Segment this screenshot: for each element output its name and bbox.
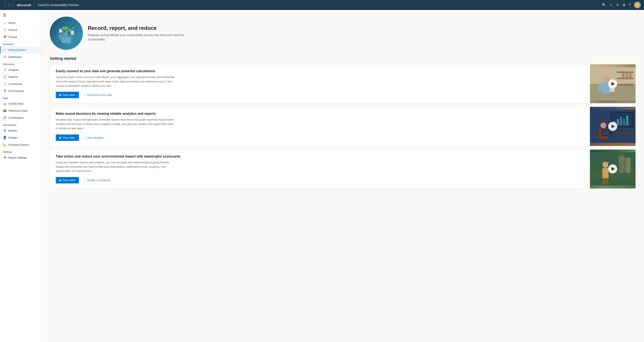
add-icon[interactable]: ＋ [610, 3, 613, 7]
card-description: Using the power of the Common Data Model… [56, 75, 176, 88]
sidebar-item-reports[interactable]: 📋 Reports [0, 73, 41, 80]
filter-icon[interactable]: ⛭ [616, 3, 619, 7]
card-image [590, 107, 636, 146]
card-scorecards: Take action and reduce your environmenta… [50, 149, 636, 189]
video-play-button[interactable] [608, 164, 617, 174]
sidebar-item-label: Connections [8, 116, 24, 119]
main-content: ✦ ✦ ✦ Record, report, and reduce Integra… [42, 10, 644, 342]
hero-illustration: ✦ ✦ ✦ [50, 17, 83, 50]
sidebar-item-recent[interactable]: 🕐 Recent ⌄ [0, 26, 41, 33]
sidebar-item-label: Pinned [8, 36, 17, 39]
play-icon: ▷ [3, 48, 7, 52]
sidebar-item-label: Emission Factors [8, 143, 29, 146]
sidebar-item-profiles[interactable]: 👤 Profiles [0, 134, 41, 141]
sidebar-item-emission-factors[interactable]: 📐 Emission Factors [0, 141, 41, 148]
card-title: Easily connect to your data and generate… [56, 69, 584, 73]
reports-icon: 📋 [3, 75, 7, 79]
report-settings-icon: ⚙ [3, 156, 7, 159]
svg-text:✦: ✦ [58, 32, 60, 34]
play-video-button[interactable]: ▶ Play video [56, 134, 79, 141]
sidebar-item-pinned[interactable]: 📌 Pinned ⌄ [0, 33, 41, 41]
sidebar-item-report-settings[interactable]: ⚙ Report Settings [0, 154, 41, 161]
chevron-down-icon: ⌄ [36, 29, 38, 31]
sidebar-section-data: Data [0, 94, 41, 100]
brand-name: Microsoft [17, 3, 31, 7]
card-connect-data: Easily connect to your data and generate… [50, 64, 636, 103]
card-view-analytics: Make sound decisions by viewing reliable… [50, 107, 636, 146]
waffle-icon[interactable]: ⋮⋮⋮ [3, 3, 14, 7]
play-label: Play video [63, 136, 75, 139]
activity-data-icon: 🗂 [3, 102, 7, 105]
play-video-button[interactable]: ▶ Play video [56, 177, 79, 184]
search-icon[interactable]: 🔍 [602, 3, 606, 7]
chevron-down-icon: ⌄ [36, 36, 38, 38]
sidebar-item-dashboard[interactable]: ☷ Dashboard [0, 53, 41, 60]
svg-rect-13 [71, 31, 74, 35]
connections-icon: 🔗 [3, 116, 7, 119]
card-image-overlay [590, 64, 636, 103]
arrow-icon: → [83, 136, 86, 139]
card-actions: ▶ Play video → Design a scorecard [56, 177, 584, 184]
topbar: ⋮⋮⋮ Microsoft Cloud for Sustainability P… [0, 0, 644, 10]
svg-point-11 [62, 27, 65, 29]
sidebar-item-label: Getting Started [8, 48, 26, 52]
sidebar-item-label: Home [8, 21, 16, 25]
sidebar-item-label: Activity Data [8, 102, 23, 105]
view-analytics-link[interactable]: → View analytics [83, 136, 104, 139]
card-actions: ▶ Play video → View analytics [56, 134, 584, 141]
models-icon: ⚙ [3, 129, 7, 132]
connect-data-link[interactable]: → Connect to your data [83, 93, 112, 96]
card-image [590, 64, 636, 103]
sidebar-item-label: Dashboard [8, 55, 22, 59]
play-label: Play video [63, 93, 75, 96]
svg-rect-3 [62, 37, 71, 43]
sidebar-item-label: Models [8, 129, 17, 132]
card-body: Make sound decisions by viewing reliable… [50, 107, 590, 146]
sidebar-item-label: Scorecards [8, 82, 22, 86]
card-title: Take action and reduce your environmenta… [56, 155, 584, 158]
sidebar-item-activity-data[interactable]: 🗂 Activity Data [0, 100, 41, 107]
svg-text:✦: ✦ [74, 35, 75, 36]
sidebar-item-scorecards[interactable]: 📑 Scorecards [0, 80, 41, 87]
play-label: Play video [63, 179, 75, 182]
sidebar: ☰ ⌂ Home 🕐 Recent ⌄ 📌 Pinned ⌄ Overview … [0, 10, 42, 342]
profiles-icon: 👤 [3, 136, 7, 139]
scorecards-icon: 📑 [3, 82, 7, 86]
svg-point-12 [64, 27, 68, 30]
sidebar-item-models[interactable]: ⚙ Models [0, 127, 41, 134]
play-triangle-icon [612, 167, 615, 171]
play-icon: ▶ [60, 93, 62, 96]
app-body: ☰ ⌂ Home 🕐 Recent ⌄ 📌 Pinned ⌄ Overview … [0, 10, 644, 342]
hero-text: Record, report, and reduce Integrate and… [88, 25, 196, 42]
sidebar-item-analysis[interactable]: 📈 Analysis [0, 66, 41, 73]
card-body: Easily connect to your data and generate… [50, 64, 590, 103]
avatar[interactable]: U [634, 2, 641, 8]
sidebar-item-label: All Emissions [8, 89, 24, 93]
sidebar-section-settings: Settings [0, 148, 41, 154]
getting-started-title: Getting started [50, 56, 636, 61]
video-play-button[interactable] [608, 79, 617, 88]
card-image-overlay [590, 107, 636, 146]
card-image-overlay [590, 150, 636, 189]
design-scorecard-link[interactable]: → Design a scorecard [83, 179, 110, 182]
all-emissions-icon: ☰ [3, 89, 7, 93]
svg-text:✦: ✦ [72, 27, 74, 29]
sidebar-item-all-emissions[interactable]: ☰ All Emissions [0, 87, 41, 94]
card-description: Visualize your impact and generate actio… [56, 118, 176, 130]
home-icon: ⌂ [3, 21, 7, 25]
video-play-button[interactable] [608, 122, 617, 131]
sidebar-item-label: Profiles [8, 136, 18, 139]
sidebar-item-connections[interactable]: 🔗 Connections [0, 114, 41, 121]
play-video-button[interactable]: ▶ Play video [56, 92, 79, 98]
sidebar-item-getting-started[interactable]: ▷ Getting Started [0, 46, 41, 53]
sidebar-hamburger-icon[interactable]: ☰ [0, 11, 41, 20]
sidebar-item-home[interactable]: ⌂ Home [0, 20, 41, 26]
help-icon[interactable]: ? [629, 3, 631, 7]
sidebar-section-overview: Overview [0, 41, 41, 46]
settings-icon[interactable]: ⚙ [623, 3, 626, 7]
pin-icon: 📌 [3, 35, 7, 39]
card-image [590, 150, 636, 189]
play-triangle-icon [612, 124, 615, 128]
emission-factors-icon: 📐 [3, 143, 7, 146]
sidebar-item-reference-data[interactable]: 📦 Reference Data [0, 107, 41, 114]
